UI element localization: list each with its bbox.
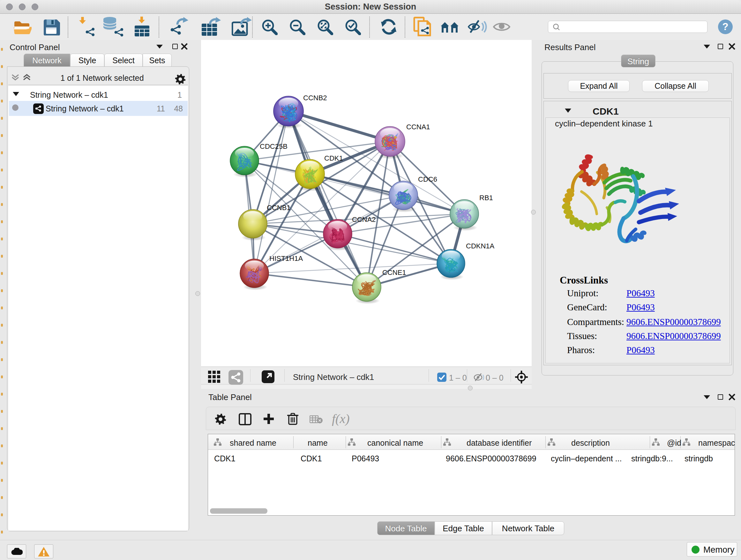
svg-text:CDK1: CDK1 (324, 154, 343, 162)
svg-text:CCNE1: CCNE1 (382, 268, 406, 276)
svg-text:CDKN1A: CDKN1A (466, 242, 495, 250)
svg-text:CCNB2: CCNB2 (303, 94, 327, 102)
svg-text:RB1: RB1 (479, 194, 493, 202)
svg-text:CCNB1: CCNB1 (267, 204, 291, 212)
svg-text:CDC6: CDC6 (418, 175, 437, 183)
svg-text:HIST1H1A: HIST1H1A (269, 254, 303, 262)
svg-text:CCNA1: CCNA1 (406, 123, 430, 131)
svg-text:CDC25B: CDC25B (260, 142, 287, 150)
svg-text:CCNA2: CCNA2 (352, 215, 376, 224)
